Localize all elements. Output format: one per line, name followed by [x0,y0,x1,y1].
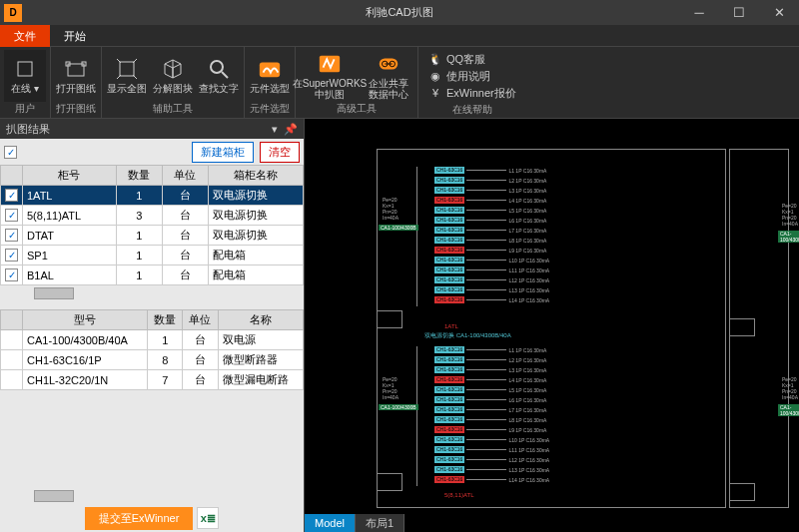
cabinet-table: 柜号数量单位箱柜名称 ✓1ATL1台双电源切换✓5(8,11)ATL3台双电源切… [0,165,304,285]
menu-tabs: 文件 开始 [0,25,799,47]
row-checkbox[interactable]: ✓ [5,249,18,262]
app-icon: D [4,4,22,22]
ribbon-group-advanced: 在SuperWORKS 中扒图 企业共享 数据中心 高级工具 [296,47,418,118]
superworks-button[interactable]: 在SuperWORKS 中扒图 [300,50,360,102]
tab-model[interactable]: Model [305,514,356,532]
drawing-frame-1 [377,149,726,508]
panel-toolbar: ✓ 新建箱柜 清空 [0,139,304,165]
row-checkbox[interactable]: ✓ [5,209,18,222]
online-button[interactable]: 在线 ▾ [4,50,46,102]
panel-pin-icon[interactable]: 📌 [284,123,298,136]
svg-point-5 [211,61,223,73]
submit-exwinner-button[interactable]: 提交至ExWinner [85,507,194,530]
ribbon-group-help: 🐧QQ客服 ◉使用说明 ¥ExWinner报价 在线帮助 [418,47,526,118]
table-row[interactable]: CH1L-32C20/1N7台微型漏电断路 [1,370,304,390]
component-select-button[interactable]: 元件选型 [249,50,291,102]
quote-icon: ¥ [428,86,442,100]
svg-rect-0 [18,62,32,76]
scrollbar-1[interactable] [0,285,304,301]
table-row[interactable]: ✓B1AL1台配电箱 [1,266,304,285]
qq-icon: 🐧 [428,52,442,66]
datacenter-button[interactable]: 企业共享 数据中心 [364,50,413,102]
tab-layout1[interactable]: 布局1 [356,514,404,532]
component-table: 型号数量单位名称 CA1-100/4300B/40A1台双电源CH1-63C16… [0,309,304,390]
table-row[interactable]: ✓SP11台配电箱 [1,246,304,266]
ribbon-group-component: 元件选型 元件选型 [245,47,296,118]
qq-support-button[interactable]: 🐧QQ客服 [428,51,516,67]
tab-file[interactable]: 文件 [0,25,50,47]
svg-rect-4 [120,62,134,76]
select-all-checkbox[interactable]: ✓ [4,146,17,159]
user-icon [13,57,37,81]
minimize-button[interactable]: ─ [679,0,719,25]
show-all-button[interactable]: 显示全图 [106,50,148,102]
maximize-button[interactable]: ☐ [719,0,759,25]
new-cabinet-button[interactable]: 新建箱柜 [192,142,254,163]
table-row[interactable]: CA1-100/4300B/40A1台双电源 [1,330,304,350]
component-icon [258,57,282,81]
table-row[interactable]: CH1-63C16/1P8台微型断路器 [1,350,304,370]
link-icon [377,52,400,76]
row-checkbox[interactable]: ✓ [5,268,18,281]
open-drawing-button[interactable]: 打开图纸 [55,50,97,102]
superworks-icon [318,52,342,76]
ribbon-group-tools: 显示全图 分解图块 查找文字 辅助工具 [102,47,245,118]
export-excel-button[interactable]: x≣ [197,507,219,529]
panel-footer: 提交至ExWinner x≣ [0,504,304,532]
clear-button[interactable]: 清空 [260,142,300,163]
explode-block-button[interactable]: 分解图块 [152,50,194,102]
search-icon [207,57,231,81]
manual-button[interactable]: ◉使用说明 [428,68,516,84]
panel-dropdown-icon[interactable]: ▾ [272,123,278,136]
ribbon-group-user: 在线 ▾ 用户 [0,47,51,118]
ribbon: 在线 ▾ 用户 打开图纸 打开图纸 显示全图 分解图块 查找文字 [0,47,799,119]
help-icon: ◉ [428,69,442,83]
open-icon [64,57,88,81]
tab-start[interactable]: 开始 [50,25,100,47]
cube-icon [161,57,185,81]
content-area: 扒图结果 ▾ 📌 ✓ 新建箱柜 清空 柜号数量单位箱柜名称 ✓1ATL1台双电源… [0,119,799,532]
titlebar: D 利驰CAD扒图 ─ ☐ ✕ [0,0,799,25]
scrollbar-2[interactable] [0,488,304,504]
table-row[interactable]: ✓5(8,11)ATL3台双电源切换 [1,206,304,226]
drawing-canvas[interactable]: CH1-63C16L1 1P C16 30mACH1-63C16L2 1P C1… [305,119,799,532]
exwinner-quote-button[interactable]: ¥ExWinner报价 [428,85,516,101]
zoom-extents-icon [115,57,139,81]
row-checkbox[interactable]: ✓ [5,189,18,202]
find-text-button[interactable]: 查找文字 [198,50,240,102]
app-title: 利驰CAD扒图 [366,5,432,20]
row-checkbox[interactable]: ✓ [5,229,18,242]
canvas-tabs: Model 布局1 [305,514,404,532]
table-row[interactable]: ✓DTAT1台双电源切换 [1,226,304,246]
panel-header: 扒图结果 ▾ 📌 [0,119,304,139]
ribbon-group-open: 打开图纸 打开图纸 [51,47,102,118]
close-button[interactable]: ✕ [759,0,799,25]
results-panel: 扒图结果 ▾ 📌 ✓ 新建箱柜 清空 柜号数量单位箱柜名称 ✓1ATL1台双电源… [0,119,305,532]
table-row[interactable]: ✓1ATL1台双电源切换 [1,186,304,206]
